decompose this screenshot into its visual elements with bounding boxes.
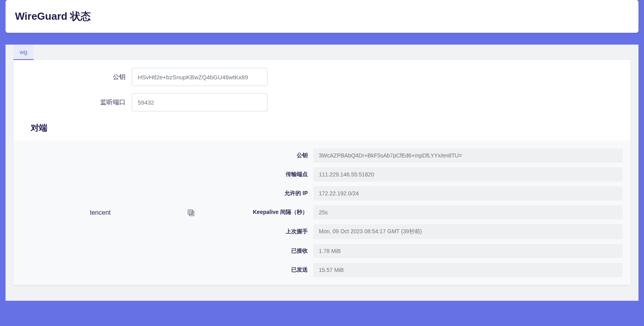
kv-label-allowed-ips: 允许的 IP xyxy=(203,190,313,197)
kv-label-received: 已接收 xyxy=(203,247,313,255)
kv-value-sent: 15.57 MiB xyxy=(313,263,623,277)
peer-row: tencent 公钥 3WcAZPBAbQ4Dr+BkF5sAb7pCfEd6+… xyxy=(13,141,631,285)
page-header: WireGuard 状态 xyxy=(6,0,638,33)
peer-details: 公钥 3WcAZPBAbQ4Dr+BkF5sAb7pCfEd6+mpDfLYYx… xyxy=(203,148,623,277)
kv-label-endpoint: 传输端点 xyxy=(203,171,313,178)
kv-value-public-key: 3WcAZPBAbQ4Dr+BkF5sAb7pCfEd6+mpDfLYYx/en… xyxy=(313,148,623,163)
kv-value-last-handshake: Mon, 09 Oct 2023 08:54:17 GMT (39秒前) xyxy=(313,224,623,239)
kv-label-keepalive: Keepalive 间隔（秒） xyxy=(203,209,313,216)
kv-received: 已接收 1.78 MiB xyxy=(203,244,623,258)
peer-name: tencent xyxy=(21,209,179,216)
tab-wg[interactable]: wg xyxy=(13,45,34,60)
peer-icon-wrap xyxy=(179,209,203,217)
input-listen-port[interactable] xyxy=(132,93,268,111)
kv-value-endpoint: 111.229.146.55:51820 xyxy=(313,167,623,182)
kv-allowed-ips: 允许的 IP 172.22.192.0/24 xyxy=(203,186,623,200)
page-title: WireGuard 状态 xyxy=(15,9,629,23)
kv-label-last-handshake: 上次握手 xyxy=(203,228,313,235)
tab-bar: wg xyxy=(13,45,631,60)
kv-value-allowed-ips: 172.22.192.0/24 xyxy=(313,186,623,200)
kv-sent: 已发送 15.57 MiB xyxy=(203,263,623,277)
label-listen-port: 监听端口 xyxy=(21,98,132,107)
label-public-key: 公钥 xyxy=(21,73,132,81)
kv-endpoint: 传输端点 111.229.146.55:51820 xyxy=(203,167,623,182)
kv-keepalive: Keepalive 间隔（秒） 25s xyxy=(203,205,623,219)
row-listen-port: 监听端口 xyxy=(21,93,623,111)
peers-heading: 对端 xyxy=(31,122,623,133)
kv-value-keepalive: 25s xyxy=(313,205,623,219)
content-area: wg 公钥 监听端口 对端 tencent xyxy=(6,45,638,301)
kv-value-received: 1.78 MiB xyxy=(313,244,623,258)
kv-last-handshake: 上次握手 Mon, 09 Oct 2023 08:54:17 GMT (39秒前… xyxy=(203,224,623,239)
kv-label-sent: 已发送 xyxy=(203,266,313,274)
input-public-key[interactable] xyxy=(132,68,268,86)
interface-card: 公钥 监听端口 对端 tencent xyxy=(13,60,631,285)
kv-label-public-key: 公钥 xyxy=(203,152,313,159)
svg-rect-0 xyxy=(188,210,193,215)
kv-public-key: 公钥 3WcAZPBAbQ4Dr+BkF5sAb7pCfEd6+mpDfLYYx… xyxy=(203,148,623,163)
row-public-key: 公钥 xyxy=(21,68,623,86)
server-stack-icon xyxy=(187,209,195,217)
